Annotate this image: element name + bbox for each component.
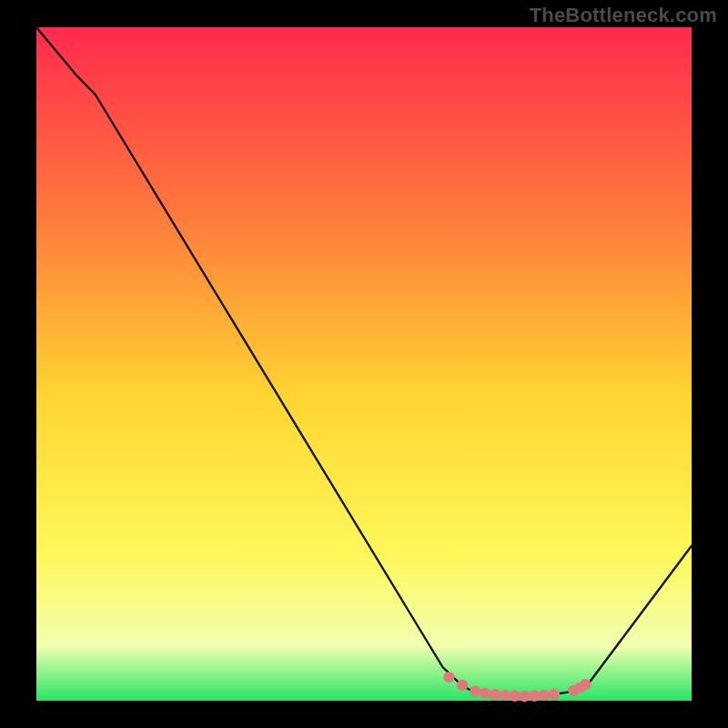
marker-dot	[519, 691, 530, 702]
marker-dot	[470, 685, 480, 696]
marker-dot	[580, 679, 591, 690]
marker-dot	[549, 689, 560, 700]
watermark-text: TheBottleneck.com	[530, 4, 717, 27]
marker-dot	[529, 691, 540, 702]
plot-background-gradient	[36, 27, 692, 701]
chart-frame: { "watermark": "TheBottleneck.com", "col…	[0, 0, 728, 728]
marker-dot	[457, 680, 468, 691]
marker-dot	[490, 689, 500, 700]
marker-dot	[539, 690, 550, 701]
bottleneck-chart	[0, 0, 728, 728]
marker-dot	[509, 691, 520, 702]
marker-dot	[480, 688, 490, 699]
marker-dot	[443, 672, 454, 682]
marker-dot	[500, 690, 511, 701]
